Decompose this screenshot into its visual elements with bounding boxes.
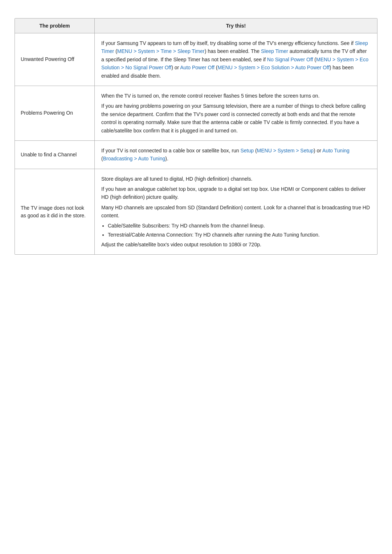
problem-column-header: The problem [15,19,95,33]
menu-path-sleep-timer: MENU > System > Time > Sleep Timer [117,48,205,54]
solution-text: When the TV is turned on, the remote con… [101,92,371,100]
solution-text: If you have an analogue cable/set top bo… [101,185,371,201]
problem-label: Problems Powering On [15,86,95,140]
menu-path-auto-tuning: Broadcasting > Auto Tuning [103,156,166,161]
menu-path-setup: MENU > System > Setup [257,148,314,153]
solution-text: Many HD channels are upscaled from SD (S… [101,204,371,220]
menu-path-auto-power-off: MENU > System > Eco Solution > Auto Powe… [218,65,330,70]
auto-tuning-link: Auto Tuning [322,148,350,153]
table-row: The TV image does not look as good as it… [15,169,377,255]
solution-content: Store displays are all tuned to digital,… [95,169,377,255]
sleep-timer-link2: Sleep Timer [261,48,288,54]
no-signal-power-off-link: No Signal Power Off [267,57,313,62]
setup-link: Setup [240,148,254,153]
solution-content: If your Samsung TV appears to turn off b… [95,33,377,86]
solution-text: Adjust the cable/satellite box's video o… [101,241,371,249]
problem-label: Unable to find a Channel [15,141,95,169]
solution-text: If your TV is not connected to a cable b… [101,147,371,163]
solution-text: Store displays are all tuned to digital,… [101,175,371,183]
bullet-item: Cable/Satellite Subscribers: Try HD chan… [108,222,371,230]
troubleshooting-table: The problem Try this! Unwanted Powering … [15,18,377,255]
auto-power-off-link: Auto Power Off [180,65,215,70]
solution-column-header: Try this! [95,19,377,33]
solution-content: If your TV is not connected to a cable b… [95,141,377,169]
table-row: Unwanted Powering Off If your Samsung TV… [15,33,377,86]
table-row: Problems Powering On When the TV is turn… [15,86,377,141]
solution-text: If you are having problems powering on y… [101,102,371,135]
bullet-item: Terrestrial/Cable Antenna Connection: Tr… [108,231,371,239]
solution-bullets: Cable/Satellite Subscribers: Try HD chan… [108,222,371,239]
table-row: Unable to find a Channel If your TV is n… [15,141,377,169]
table-header: The problem Try this! [15,19,377,33]
problem-label: Unwanted Powering Off [15,33,95,86]
solution-content: When the TV is turned on, the remote con… [95,86,377,140]
problem-label: The TV image does not look as good as it… [15,169,95,255]
solution-text: If your Samsung TV appears to turn off b… [101,39,371,80]
